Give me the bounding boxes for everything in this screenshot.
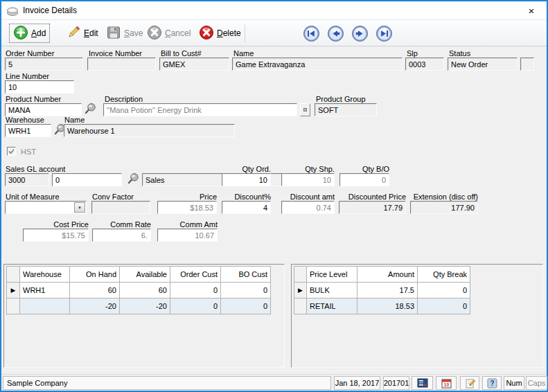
hst-checkbox[interactable] (7, 147, 16, 156)
cell-available[interactable]: 60 (120, 283, 170, 299)
sales-gl-lookup-icon[interactable] (127, 172, 140, 186)
status-extra-field[interactable] (520, 57, 534, 71)
qty-bo-label: Qty B/O (339, 165, 389, 173)
form-settings-button[interactable] (412, 376, 433, 390)
cell-on-hand[interactable]: -20 (70, 299, 120, 314)
discounted-price-field[interactable]: 17.79 (339, 201, 406, 214)
check-icon (8, 148, 15, 155)
warehouse-grid-row[interactable]: ▶ WRH1 60 60 0 0 (7, 283, 271, 299)
extension-field[interactable]: 177.90 (410, 201, 478, 214)
nav-next-button[interactable] (351, 25, 369, 42)
bill-to-cust-field[interactable]: GMEX (159, 57, 229, 71)
add-button[interactable]: Add (9, 24, 50, 43)
cell-warehouse[interactable]: WRH1 (20, 283, 70, 299)
delete-button[interactable]: Delete (195, 24, 245, 43)
nav-first-icon (303, 25, 320, 42)
order-number-field[interactable]: 5 (5, 57, 83, 71)
cell-bo-cust[interactable]: 0 (221, 299, 271, 314)
extension-label: Extension (disc off) (410, 193, 478, 201)
price-grid-row[interactable]: RETAIL 18.53 0 (294, 299, 470, 314)
description-detail-button[interactable] (300, 103, 310, 116)
qty-shp-label: Qty Shp. (281, 165, 335, 173)
cell-available[interactable]: -20 (120, 299, 170, 314)
add-plus-icon (13, 25, 28, 42)
save-label: Save (124, 28, 143, 38)
order-number-label: Order Number (6, 49, 54, 57)
qty-shp-field[interactable]: 10 (281, 173, 335, 186)
cell-amount[interactable]: 17.5 (357, 283, 418, 299)
nav-first-button[interactable] (303, 25, 320, 42)
cell-warehouse[interactable] (20, 299, 70, 314)
cancel-button[interactable]: Cancel (143, 24, 194, 43)
col-amount: Amount (357, 267, 418, 283)
nav-previous-button[interactable] (327, 25, 344, 42)
comm-rate-field[interactable]: 6. (92, 229, 151, 242)
calendar-button[interactable]: 10 (436, 376, 457, 390)
customer-name-field[interactable]: Game Extravaganza (232, 57, 403, 71)
status-field[interactable]: New Order (448, 57, 518, 71)
sales-gl-sub-field[interactable]: 0 (52, 173, 122, 186)
cost-price-label: Cost Price (23, 220, 89, 229)
price-grid-row[interactable]: ▶ BULK 17.5 0 (294, 283, 470, 299)
product-group-field[interactable]: SOFT (315, 103, 377, 116)
save-button[interactable]: Save (103, 24, 146, 43)
chevron-down-icon[interactable]: ▼ (74, 202, 85, 213)
discount-amt-field[interactable]: 0.74 (281, 201, 335, 214)
cell-order-cust[interactable]: 0 (170, 283, 221, 299)
help-button[interactable]: ? (482, 376, 502, 390)
toolbar-separator (245, 24, 245, 42)
warehouse-name-label: Name (64, 116, 85, 124)
cell-price-level[interactable]: RETAIL (307, 299, 357, 314)
warehouse-field[interactable]: WRH1 (5, 124, 51, 137)
description-field[interactable]: ''Mana Potion'' Energy Drink (103, 103, 297, 116)
warehouse-grid-header: Warehouse On Hand Available Order Cust B… (7, 267, 271, 283)
notes-button[interactable] (460, 376, 479, 390)
row-selector-arrow: ▶ (7, 283, 20, 299)
close-button[interactable]: × (516, 1, 547, 19)
cost-price-field[interactable]: $15.75 (23, 229, 89, 242)
delete-label: Delete (217, 28, 241, 38)
nav-last-icon (375, 25, 393, 42)
product-number-field[interactable]: MANA (5, 103, 82, 116)
form-icon (417, 378, 428, 388)
comm-amt-label: Comm Amt (157, 220, 218, 229)
sales-gl-account-field[interactable]: 3000 (5, 173, 49, 186)
qty-ord-field[interactable]: 10 (222, 173, 271, 186)
edit-label: Edit (84, 28, 98, 38)
warehouse-grid-row[interactable]: -20 -20 0 0 (7, 299, 271, 314)
cell-order-cust[interactable]: 0 (170, 299, 221, 314)
discounted-price-label: Discounted Price (339, 193, 406, 201)
window-title: Invoice Details (23, 6, 77, 15)
comm-amt-field[interactable]: 10.67 (157, 229, 218, 242)
coins-icon (6, 5, 19, 17)
comm-rate-label: Comm Rate (92, 220, 151, 229)
discount-amt-label: Discount amt (281, 193, 335, 201)
calendar-icon: 10 (441, 378, 452, 389)
cell-price-level[interactable]: BULK (307, 283, 357, 299)
invoice-details-window: Invoice Details × Add Edit (0, 0, 548, 392)
unit-of-measure-combobox[interactable]: ▼ (5, 201, 87, 214)
product-group-label: Product Group (316, 95, 366, 103)
qty-bo-field[interactable]: 0 (339, 173, 389, 186)
invoice-number-field[interactable] (87, 57, 156, 71)
cell-qty-break[interactable]: 0 (418, 283, 470, 299)
discount-pct-field[interactable]: 4 (222, 201, 271, 214)
nav-last-button[interactable] (375, 25, 393, 42)
product-lookup-icon[interactable] (84, 103, 97, 116)
cell-qty-break[interactable]: 0 (418, 299, 470, 314)
line-number-field[interactable]: 10 (5, 80, 74, 93)
slp-field[interactable]: 0003 (405, 57, 444, 71)
sales-gl-label: Sales GL account (6, 165, 65, 173)
cell-amount[interactable]: 18.53 (357, 299, 418, 314)
edit-pencil-icon (66, 25, 81, 42)
col-bo-cust: BO Cust (221, 267, 271, 283)
edit-button[interactable]: Edit (62, 24, 102, 43)
cell-on-hand[interactable]: 60 (70, 283, 120, 299)
price-field[interactable]: $18.53 (157, 201, 217, 214)
warehouse-grid-panel: Warehouse On Hand Available Order Cust B… (3, 264, 285, 368)
warehouse-name-field[interactable]: Warehourse 1 (64, 124, 235, 137)
conv-factor-field[interactable] (91, 201, 150, 214)
cell-bo-cust[interactable]: 0 (221, 283, 271, 299)
line-number-label: Line Number (6, 72, 49, 80)
description-label: Description (105, 95, 143, 103)
